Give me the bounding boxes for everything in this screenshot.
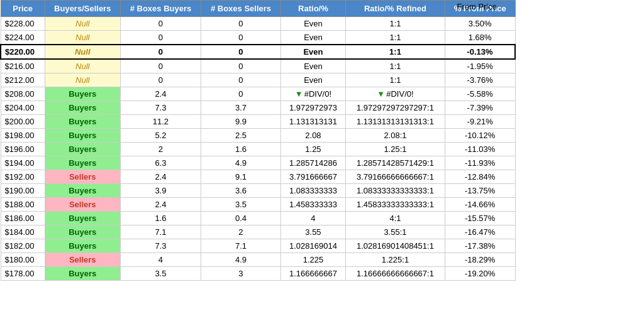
- table-row: $228.00Null00Even1:13.50%: [1, 17, 515, 31]
- buyers-sellers-cell: Buyers: [45, 267, 120, 281]
- boxes-buyers-cell: 0: [120, 31, 201, 45]
- ratio-refined-cell: 1.225:1: [346, 253, 445, 267]
- boxes-buyers-cell: 7.3: [120, 239, 201, 253]
- ratio-cell: 1.028169014: [280, 239, 345, 253]
- buyers-sellers-cell: Null: [45, 73, 120, 87]
- ratio-cell: Even: [280, 31, 345, 45]
- from-price-cell: -17.38%: [445, 239, 515, 253]
- boxes-buyers-cell: 2.4: [120, 87, 201, 101]
- col-buyers-sellers: Buyers/Sellers: [45, 1, 120, 17]
- boxes-sellers-cell: 2: [201, 225, 281, 239]
- col-boxes-buyers: # Boxes Buyers: [120, 1, 201, 17]
- ratio-refined-cell: 1.02816901408451:1: [346, 239, 445, 253]
- buyers-sellers-cell: Buyers: [45, 101, 120, 115]
- boxes-sellers-cell: 0: [201, 31, 281, 45]
- boxes-buyers-cell: 2.4: [120, 170, 201, 184]
- boxes-sellers-cell: 0.4: [201, 212, 281, 225]
- table-row: $184.00Buyers7.123.553.55:1-16.47%: [1, 225, 515, 239]
- from-price-cell: -14.66%: [445, 198, 515, 212]
- ratio-refined-cell: 1.25:1: [346, 143, 445, 156]
- from-price-cell: -5.58%: [445, 87, 515, 101]
- buyers-sellers-cell: Buyers: [45, 212, 120, 225]
- boxes-buyers-cell: 2.4: [120, 198, 201, 212]
- buyers-sellers-cell: Sellers: [45, 198, 120, 212]
- ratio-cell: 3.55: [280, 225, 345, 239]
- ratio-refined-cell: 1:1: [346, 73, 445, 87]
- price-cell: $186.00: [1, 212, 45, 225]
- price-cell: $204.00: [1, 101, 45, 115]
- ratio-cell: 3.791666667: [280, 170, 345, 184]
- buyers-sellers-cell: Null: [45, 17, 120, 31]
- ratio-refined-cell: 1.97297297297297:1: [346, 101, 445, 115]
- boxes-buyers-cell: 0: [120, 17, 201, 31]
- ratio-cell: 1.131313131: [280, 115, 345, 129]
- table-row: $208.00Buyers2.40▼#DIV/0!▼#DIV/0!-5.58%: [1, 87, 515, 101]
- table-row: $194.00Buyers6.34.91.2857142861.28571428…: [1, 156, 515, 170]
- boxes-sellers-cell: 9.1: [201, 170, 281, 184]
- buyers-sellers-cell: Buyers: [45, 239, 120, 253]
- buyers-sellers-cell: Sellers: [45, 253, 120, 267]
- ratio-cell: 1.972972973: [280, 101, 345, 115]
- table-row: $204.00Buyers7.33.71.9729729731.97297297…: [1, 101, 515, 115]
- from-price-cell: -1.95%: [445, 59, 515, 73]
- table-row: $192.00Sellers2.49.13.7916666673.7916666…: [1, 170, 515, 184]
- boxes-sellers-cell: 4.9: [201, 253, 281, 267]
- boxes-buyers-cell: 3.9: [120, 184, 201, 198]
- table-row: $216.00Null00Even1:1-1.95%: [1, 59, 515, 73]
- ratio-cell: 1.166666667: [280, 267, 345, 281]
- from-price-label: From Price: [457, 2, 497, 11]
- ratio-refined-cell: 1:1: [346, 45, 445, 59]
- price-cell: $220.00: [1, 45, 45, 59]
- table-row: $178.00Buyers3.531.1666666671.1666666666…: [1, 267, 515, 281]
- ratio-cell: Even: [280, 17, 345, 31]
- ratio-refined-cell: 1.28571428571429:1: [346, 156, 445, 170]
- from-price-cell: -10.12%: [445, 129, 515, 143]
- table-row: $190.00Buyers3.93.61.0833333331.08333333…: [1, 184, 515, 198]
- table-wrapper: From Price Price Buyers/Sellers # Boxes …: [0, 0, 516, 281]
- price-cell: $190.00: [1, 184, 45, 198]
- ratio-cell: 4: [280, 212, 345, 225]
- price-cell: $178.00: [1, 267, 45, 281]
- from-price-cell: 3.50%: [445, 17, 515, 31]
- boxes-buyers-cell: 4: [120, 253, 201, 267]
- table-row: $200.00Buyers11.29.91.1313131311.1313131…: [1, 115, 515, 129]
- boxes-sellers-cell: 7.1: [201, 239, 281, 253]
- col-price: Price: [1, 1, 45, 17]
- ratio-cell: 1.458333333: [280, 198, 345, 212]
- boxes-sellers-cell: 2.5: [201, 129, 281, 143]
- from-price-cell: -16.47%: [445, 225, 515, 239]
- from-price-cell: -3.76%: [445, 73, 515, 87]
- buyers-sellers-cell: Buyers: [45, 87, 120, 101]
- boxes-sellers-cell: 0: [201, 87, 281, 101]
- col-ratio: Ratio/%: [280, 1, 345, 17]
- boxes-buyers-cell: 1.6: [120, 212, 201, 225]
- ratio-refined-cell: 1:1: [346, 31, 445, 45]
- from-price-cell: -11.93%: [445, 156, 515, 170]
- price-cell: $208.00: [1, 87, 45, 101]
- price-cell: $198.00: [1, 129, 45, 143]
- ratio-refined-cell: 2.08:1: [346, 129, 445, 143]
- buyers-sellers-cell: Null: [45, 45, 120, 59]
- boxes-sellers-cell: 3.5: [201, 198, 281, 212]
- boxes-sellers-cell: 3.7: [201, 101, 281, 115]
- price-cell: $188.00: [1, 198, 45, 212]
- boxes-sellers-cell: 0: [201, 59, 281, 73]
- from-price-cell: -19.20%: [445, 267, 515, 281]
- buyers-sellers-cell: Null: [45, 31, 120, 45]
- boxes-sellers-cell: 1.6: [201, 143, 281, 156]
- data-table: Price Buyers/Sellers # Boxes Buyers # Bo…: [0, 0, 516, 281]
- ratio-refined-cell: 4:1: [346, 212, 445, 225]
- table-row: $182.00Buyers7.37.11.0281690141.02816901…: [1, 239, 515, 253]
- table-row: $180.00Sellers44.91.2251.225:1-18.29%: [1, 253, 515, 267]
- buyers-sellers-cell: Null: [45, 59, 120, 73]
- boxes-buyers-cell: 7.1: [120, 225, 201, 239]
- ratio-cell: Even: [280, 45, 345, 59]
- ratio-refined-cell: 1:1: [346, 17, 445, 31]
- price-cell: $196.00: [1, 143, 45, 156]
- from-price-cell: -12.84%: [445, 170, 515, 184]
- buyers-sellers-cell: Buyers: [45, 115, 120, 129]
- buyers-sellers-cell: Buyers: [45, 225, 120, 239]
- ratio-cell: 1.285714286: [280, 156, 345, 170]
- ratio-refined-cell: 3.55:1: [346, 225, 445, 239]
- ratio-cell: 1.25: [280, 143, 345, 156]
